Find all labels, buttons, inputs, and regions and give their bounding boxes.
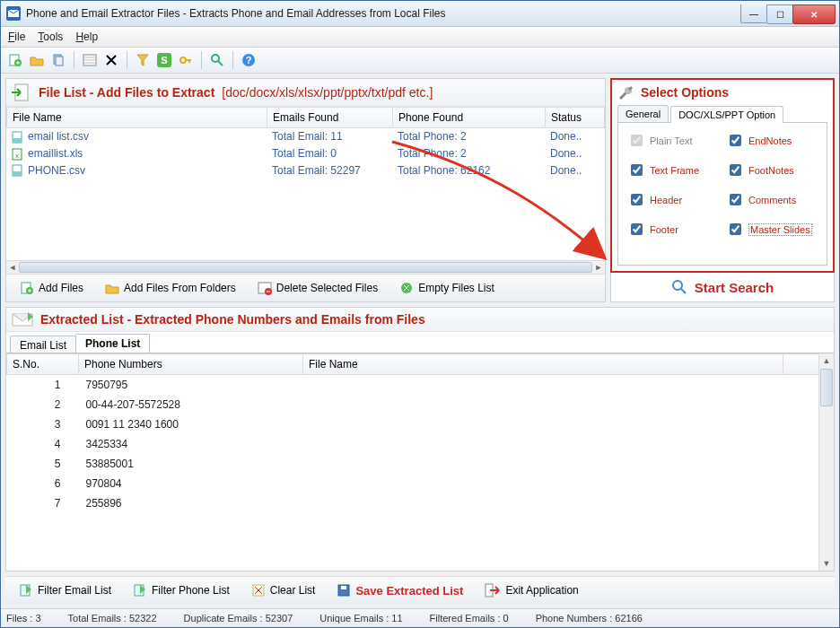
tools-icon (617, 83, 635, 101)
empty-list-button[interactable]: Empty Files List (391, 278, 503, 298)
copy-icon[interactable] (49, 51, 67, 69)
help-icon[interactable]: ? (240, 51, 258, 69)
svg-point-9 (212, 55, 219, 62)
svg-point-25 (673, 281, 682, 290)
opt-master-slides[interactable]: Master Slides (726, 221, 818, 238)
opt-endnotes[interactable]: EndNotes (726, 132, 818, 149)
list-icon[interactable] (81, 51, 99, 69)
file-list-hint: [doc/docx/xls/xlsx/ppt/pptx/txt/pdf etc.… (222, 85, 433, 100)
search-icon[interactable] (208, 51, 226, 69)
skype-icon[interactable]: S (155, 51, 173, 69)
search-icon (671, 279, 687, 295)
toolbar: S ? (1, 48, 839, 74)
col-emails[interactable]: Emails Found (267, 108, 393, 128)
col-sno[interactable]: S.No. (7, 354, 79, 375)
options-panel: Select Options General DOC/XLS/PPT Optio… (610, 78, 835, 273)
svg-rect-30 (341, 586, 346, 589)
exit-button[interactable]: Exit Application (477, 580, 586, 600)
app-icon (6, 6, 21, 21)
key-icon[interactable] (177, 51, 195, 69)
status-files: Files : 3 (6, 613, 41, 624)
svg-text:x: x (15, 152, 19, 160)
svg-rect-18 (13, 171, 22, 176)
save-list-button[interactable]: Save Extracted List (328, 580, 471, 600)
svg-text:?: ? (246, 55, 252, 65)
extracted-heading: Extracted List - Extracted Phone Numbers… (40, 312, 425, 327)
arrow-import-icon (12, 83, 31, 102)
close-button[interactable]: ✕ (792, 4, 836, 24)
menu-tools[interactable]: Tools (38, 31, 63, 43)
opt-text-frame[interactable]: Text Frame (627, 161, 719, 179)
file-row[interactable]: PHONE.csvTotal Email: 52297Total Phone: … (6, 162, 605, 179)
add-folder-button[interactable]: Add Files From Folders (97, 278, 244, 298)
menubar: File Tools Help (1, 27, 839, 48)
svg-text:S: S (161, 55, 167, 65)
delete-selected-button[interactable]: Delete Selected Files (249, 278, 386, 298)
window-title: Phone and Email Extractor Files - Extrac… (26, 7, 741, 20)
opt-comments[interactable]: Comments (726, 191, 818, 208)
svg-rect-4 (56, 57, 63, 65)
file-list-hscroll[interactable]: ◄► (6, 260, 605, 274)
opt-footer[interactable]: Footer (627, 221, 719, 238)
svg-point-8 (180, 57, 186, 63)
opt-plain-text[interactable]: Plain Text (627, 132, 719, 149)
footer-toolbar: Filter Email List Filter Phone List Clea… (5, 576, 835, 604)
add-file-icon[interactable] (6, 51, 24, 69)
col-phone-numbers[interactable]: Phone Numbers (79, 354, 303, 375)
svg-rect-14 (13, 138, 22, 143)
tab-phone-list[interactable]: Phone List (75, 334, 150, 353)
file-row[interactable]: email list.csvTotal Email: 11Total Phone… (6, 128, 605, 145)
extracted-panel: Extracted List - Extracted Phone Numbers… (5, 307, 835, 571)
filter-email-button[interactable]: Filter Email List (11, 580, 119, 600)
file-row[interactable]: xemaillist.xlsTotal Email: 0Total Phone:… (6, 145, 605, 162)
tab-general[interactable]: General (617, 105, 669, 122)
file-list-table: File Name Emails Found Phone Found Statu… (6, 107, 605, 128)
col-file-name[interactable]: File Name (303, 354, 783, 375)
add-folder-icon[interactable] (28, 51, 46, 69)
opt-footnotes[interactable]: FootNotes (726, 161, 818, 179)
results-table: S.No. Phone Numbers File Name 1795079520… (6, 353, 819, 513)
result-row[interactable]: 553885001 (7, 454, 819, 474)
maximize-button[interactable]: ☐ (766, 4, 793, 24)
result-row[interactable]: 43425334 (7, 434, 819, 454)
file-list-panel: File List - Add Files to Extract [doc/do… (5, 78, 606, 302)
opt-header[interactable]: Header (627, 191, 719, 208)
minimize-button[interactable]: — (740, 4, 767, 23)
menu-file[interactable]: File (8, 31, 25, 43)
envelope-icon (12, 311, 33, 327)
file-list-heading: File List - Add Files to Extract (39, 85, 214, 100)
delete-icon[interactable] (102, 51, 120, 69)
result-row[interactable]: 200-44-207-5572528 (7, 395, 819, 414)
status-filtered-emails: Filtered Emails : 0 (430, 613, 509, 624)
result-row[interactable]: 17950795 (7, 375, 819, 396)
result-row[interactable]: 30091 11 2340 1600 (7, 414, 819, 434)
start-search-button[interactable]: Start Search (610, 273, 835, 302)
menu-help[interactable]: Help (75, 31, 98, 43)
tab-doc-option[interactable]: DOC/XLS/PPT Option (670, 106, 783, 123)
col-status[interactable]: Status (546, 108, 605, 128)
clear-list-button[interactable]: Clear List (243, 580, 324, 600)
titlebar: Phone and Email Extractor Files - Extrac… (1, 1, 839, 27)
status-duplicate-emails: Duplicate Emails : 52307 (184, 613, 293, 624)
filter-phone-button[interactable]: Filter Phone List (125, 580, 238, 600)
status-phone-numbers: Phone Numbers : 62166 (536, 613, 643, 624)
status-unique-emails: Unique Emails : 11 (319, 613, 402, 624)
results-vscroll[interactable]: ▲▼ (818, 353, 834, 571)
app-window: Phone and Email Extractor Files - Extrac… (0, 0, 840, 628)
tab-email-list[interactable]: Email List (10, 336, 76, 354)
result-row[interactable]: 7255896 (7, 493, 819, 513)
statusbar: Files : 3 Total Emails : 52322 Duplicate… (1, 608, 839, 627)
result-row[interactable]: 6970804 (7, 474, 819, 493)
col-phone[interactable]: Phone Found (393, 108, 546, 128)
col-filename[interactable]: File Name (7, 108, 267, 128)
status-total-emails: Total Emails : 52322 (68, 613, 157, 624)
add-files-button[interactable]: Add Files (12, 278, 92, 298)
options-heading: Select Options (641, 85, 729, 100)
filter-icon[interactable] (134, 51, 152, 69)
